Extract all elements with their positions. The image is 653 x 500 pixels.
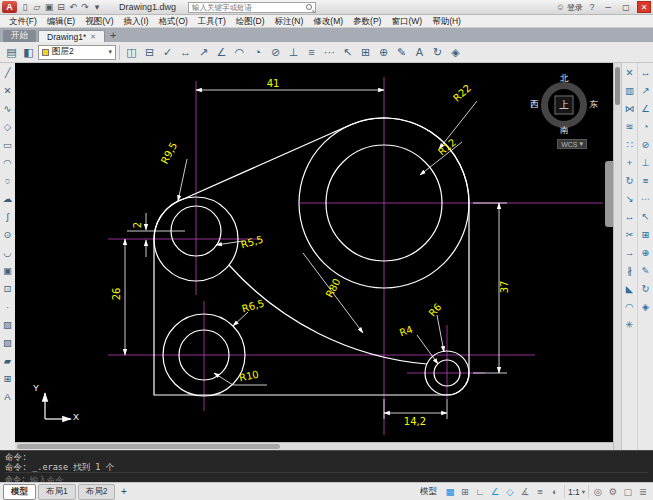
layer-dropdown[interactable]: 图层2 ▾: [38, 45, 116, 60]
explode-icon[interactable]: ✳: [623, 318, 636, 331]
compass-east-label[interactable]: 东: [590, 99, 599, 111]
compass-west-label[interactable]: 西: [530, 99, 539, 111]
dim-ordinate-icon[interactable]: ⊥: [285, 44, 302, 61]
spell-check-icon[interactable]: ✓: [159, 44, 176, 61]
maximize-button[interactable]: ▢: [619, 1, 633, 13]
stretch-icon[interactable]: ↔: [623, 210, 636, 223]
chamfer-icon[interactable]: ◣: [623, 282, 636, 295]
plot-icon[interactable]: ⊟: [55, 1, 67, 14]
ortho-icon[interactable]: ∟: [473, 485, 487, 498]
save-icon[interactable]: ▣: [43, 1, 55, 14]
scale-icon[interactable]: ↘: [623, 192, 636, 205]
new-tab-button[interactable]: +: [107, 30, 119, 42]
compass-top-face[interactable]: 上: [555, 96, 574, 115]
dim-linear-icon[interactable]: ↔: [639, 66, 652, 79]
menu-item[interactable]: 参数(P): [348, 15, 386, 28]
layer-states-icon[interactable]: ◧: [20, 44, 37, 61]
undo-icon[interactable]: ↶: [67, 1, 79, 14]
osnap-icon[interactable]: ◇: [503, 485, 517, 498]
model-space-canvas[interactable]: 41 R22 R12 R9,5 R5,5 2 26 R6,5 R80 R6 R4…: [15, 63, 613, 442]
revision-cloud-icon[interactable]: ☁: [1, 192, 14, 205]
break-icon[interactable]: ∦: [623, 264, 636, 277]
dim-edit-icon[interactable]: ✎: [639, 264, 652, 277]
rectangle-icon[interactable]: ▭: [1, 138, 14, 151]
circle-icon[interactable]: ○: [1, 174, 14, 187]
new-layout-button[interactable]: +: [117, 486, 130, 497]
copy-icon[interactable]: ▥: [623, 84, 636, 97]
dim-update-icon[interactable]: ↻: [429, 44, 446, 61]
new-file-icon[interactable]: ▯: [19, 1, 31, 14]
layout-tab-1[interactable]: 布局1: [38, 484, 76, 500]
fullscreen-icon[interactable]: ▢: [621, 485, 635, 498]
dim-style-icon[interactable]: ◈: [639, 300, 652, 313]
point-icon[interactable]: ·: [1, 300, 14, 313]
gradient-icon[interactable]: ▧: [1, 336, 14, 349]
command-window[interactable]: 命令: 命令: _.erase 找到 1 个 命令:: [0, 450, 653, 482]
dim-aligned-icon[interactable]: ↗: [639, 84, 652, 97]
customize-icon[interactable]: ≣: [636, 485, 650, 498]
search-input[interactable]: [192, 3, 304, 12]
tab-close-icon[interactable]: ✕: [90, 33, 96, 41]
compass-south-label[interactable]: 南: [560, 125, 569, 137]
insert-block-icon[interactable]: ▣: [1, 264, 14, 277]
rotate-icon[interactable]: ↻: [623, 174, 636, 187]
login-button[interactable]: ☺ 登录: [556, 2, 583, 13]
quick-access-caret-icon[interactable]: ▾: [91, 1, 103, 14]
center-mark-icon[interactable]: ⊕: [639, 246, 652, 259]
line-icon[interactable]: ╱: [1, 66, 14, 79]
lineweight-icon[interactable]: ≡: [533, 485, 547, 498]
workspace-gear-icon[interactable]: ⚙: [606, 485, 620, 498]
menu-item[interactable]: 编辑(E): [42, 15, 80, 28]
drawing-tab[interactable]: Drawing1* ✕: [38, 30, 105, 42]
palette-handle[interactable]: [605, 161, 613, 227]
status-model-label[interactable]: 模型: [416, 486, 441, 498]
offset-icon[interactable]: ≋: [623, 120, 636, 133]
tolerance-icon[interactable]: ⊞: [357, 44, 374, 61]
wcs-button[interactable]: WCS ▾: [557, 139, 587, 149]
polygon-icon[interactable]: ◇: [1, 120, 14, 133]
dim-arc-length-icon[interactable]: ◠: [231, 44, 248, 61]
annotation-visibility-icon[interactable]: ◎: [591, 485, 605, 498]
view-compass[interactable]: 北 南 西 东 上: [535, 76, 593, 134]
menu-item[interactable]: 插入(I): [119, 15, 154, 28]
extend-icon[interactable]: →: [623, 246, 636, 259]
search-box[interactable]: [188, 2, 316, 13]
annotation-scale-dropdown[interactable]: 1:1 ▾: [564, 485, 589, 498]
dim-diameter-icon[interactable]: ⊘: [639, 138, 652, 151]
table-icon[interactable]: ⊞: [1, 372, 14, 385]
tolerance-icon[interactable]: ⊞: [639, 228, 652, 241]
open-file-icon[interactable]: ▱: [31, 1, 43, 14]
dim-edit-icon[interactable]: ✎: [393, 44, 410, 61]
multileader-icon[interactable]: ↖: [639, 210, 652, 223]
horizontal-scrollbar[interactable]: [15, 442, 613, 450]
multileader-icon[interactable]: ↖: [339, 44, 356, 61]
close-button[interactable]: ✕: [637, 1, 651, 13]
dim-continue-icon[interactable]: ⋯: [321, 44, 338, 61]
array-icon[interactable]: ∷: [623, 138, 636, 151]
arc-icon[interactable]: ◠: [1, 156, 14, 169]
menu-item[interactable]: 绘图(D): [231, 15, 270, 28]
otrack-icon[interactable]: ∡: [518, 485, 532, 498]
vertical-scrollbar[interactable]: [613, 63, 621, 450]
transparency-icon[interactable]: ◐: [548, 485, 562, 498]
region-icon[interactable]: ▰: [1, 354, 14, 367]
redo-icon[interactable]: ↷: [79, 1, 91, 14]
menu-item[interactable]: 修改(M): [308, 15, 348, 28]
dim-angular-icon[interactable]: ∠: [639, 102, 652, 115]
dim-diameter-icon[interactable]: ⊘: [267, 44, 284, 61]
dim-style-icon[interactable]: ◈: [447, 44, 464, 61]
dim-baseline-icon[interactable]: ≡: [303, 44, 320, 61]
menu-item[interactable]: 文件(F): [4, 15, 42, 28]
multiline-text-icon[interactable]: A: [1, 390, 14, 403]
ellipse-icon[interactable]: ⊙: [1, 228, 14, 241]
construction-line-icon[interactable]: ✕: [1, 84, 14, 97]
menu-item[interactable]: 标注(N): [270, 15, 309, 28]
minimize-button[interactable]: ─: [601, 1, 615, 13]
spline-icon[interactable]: ∫: [1, 210, 14, 223]
polar-icon[interactable]: ∠: [488, 485, 502, 498]
fillet-icon[interactable]: ◠: [623, 300, 636, 313]
horizontal-scrollbar-thumb[interactable]: [17, 444, 280, 449]
make-block-icon[interactable]: ⊡: [1, 282, 14, 295]
publish-icon[interactable]: ⊟: [141, 44, 158, 61]
app-logo-icon[interactable]: A: [2, 1, 17, 13]
